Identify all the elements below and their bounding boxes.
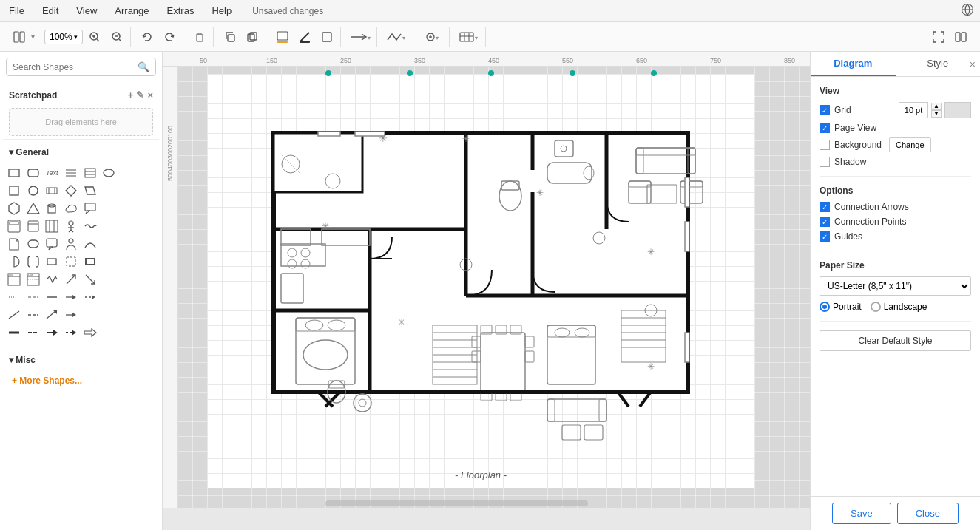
close-panel-icon[interactable]: ×	[970, 58, 976, 70]
shape-bold-arrow3[interactable]	[82, 325, 98, 341]
scratchpad-header[interactable]: Scratchpad + ✎ ×	[3, 85, 159, 105]
connection-points-checkbox[interactable]: ✓	[820, 217, 830, 227]
shape-rect5[interactable]	[82, 254, 98, 270]
horizontal-scrollbar[interactable]	[325, 500, 588, 506]
grid-label[interactable]: Grid	[834, 105, 851, 115]
shape-actor[interactable]	[63, 218, 79, 234]
paste-button[interactable]	[242, 27, 263, 47]
shape-line-dots[interactable]	[6, 289, 22, 305]
close-button[interactable]: Close	[897, 503, 959, 524]
shape-arrow3[interactable]	[44, 307, 60, 323]
fullscreen-button[interactable]	[928, 27, 949, 47]
guides-label[interactable]: Guides	[834, 231, 862, 242]
background-label[interactable]: Background	[834, 140, 882, 150]
canvas-background[interactable]: ✳ ✳ ✳ ✳ ✳ ✳ ✳	[178, 67, 810, 508]
shape-zigzag[interactable]	[44, 271, 60, 288]
background-checkbox[interactable]	[820, 140, 830, 150]
add-scratchpad-icon[interactable]: +	[128, 89, 134, 101]
menu-edit[interactable]: Edit	[39, 4, 61, 18]
shape-line1[interactable]	[6, 307, 22, 323]
shape-bracket[interactable]	[25, 254, 41, 270]
toggle-panel-button[interactable]	[9, 27, 30, 47]
shape-rect3[interactable]	[44, 254, 60, 270]
copy-button[interactable]	[220, 27, 240, 47]
shape-line2[interactable]	[25, 307, 41, 323]
menu-arrange[interactable]: Arrange	[112, 4, 152, 18]
portrait-option[interactable]: Portrait	[820, 302, 862, 312]
guides-checkbox[interactable]: ✓	[820, 231, 830, 242]
shape-person[interactable]	[63, 236, 79, 252]
shape-bubble[interactable]	[44, 236, 60, 252]
tab-style[interactable]: Style	[896, 52, 981, 76]
stroke-color-button[interactable]	[294, 27, 315, 47]
shape-rect4[interactable]	[63, 254, 79, 270]
connection-points-label[interactable]: Connection Points	[834, 217, 906, 227]
shape-triangle[interactable]	[25, 200, 41, 217]
zoom-display[interactable]: 100% ▾	[44, 30, 83, 44]
shape-lines[interactable]	[63, 165, 79, 181]
landscape-option[interactable]: Landscape	[871, 302, 927, 312]
shape-bold-arrow2[interactable]	[63, 325, 79, 341]
connector-button[interactable]: ▾	[347, 27, 374, 47]
globe-icon[interactable]	[961, 3, 974, 18]
shape-bold-line1[interactable]	[6, 325, 22, 341]
shape-cloud[interactable]	[63, 200, 79, 217]
shape-style-button[interactable]	[317, 27, 337, 47]
undo-button[interactable]	[137, 27, 158, 47]
zoom-in-button[interactable]	[84, 27, 105, 47]
page-view-label[interactable]: Page View	[834, 123, 876, 133]
shape-bold-line2[interactable]	[25, 325, 41, 341]
connection-arrows-checkbox[interactable]: ✓	[820, 202, 830, 212]
canvas-page[interactable]: ✳ ✳ ✳ ✳ ✳ ✳ ✳	[207, 74, 754, 488]
shape-line-arrow1[interactable]	[63, 289, 79, 305]
search-icon[interactable]: 🔍	[138, 61, 149, 72]
shape-parallelogram[interactable]	[82, 183, 98, 199]
delete-button[interactable]	[189, 27, 210, 47]
shape-rectangle[interactable]	[6, 165, 22, 181]
shape-hexagon[interactable]	[6, 200, 22, 217]
shape-container2[interactable]	[25, 218, 41, 234]
shape-arrow-diag2[interactable]	[82, 271, 98, 288]
shape-bold-arrow1[interactable]	[44, 325, 60, 341]
shape-text[interactable]: Text	[44, 165, 60, 181]
shape-swim-lane[interactable]	[44, 218, 60, 234]
shape-container1[interactable]	[6, 218, 22, 234]
shape-arrow-diag[interactable]	[63, 271, 79, 288]
shape-doc[interactable]	[6, 236, 22, 252]
shape-arc[interactable]	[82, 236, 98, 252]
waypoint-button[interactable]: ▾	[383, 27, 410, 47]
menu-file[interactable]: File	[6, 4, 27, 18]
misc-header[interactable]: ▾ Misc	[3, 350, 159, 370]
shape-square[interactable]	[6, 183, 22, 199]
zoom-out-button[interactable]	[107, 27, 127, 47]
shadow-checkbox[interactable]	[820, 157, 830, 167]
shape-line-solid[interactable]	[44, 289, 60, 305]
shape-ellipse[interactable]	[101, 165, 117, 181]
insert-button[interactable]: ▾	[419, 27, 446, 47]
grid-color-picker[interactable]	[944, 102, 971, 118]
background-change-button[interactable]: Change	[889, 137, 931, 152]
save-button[interactable]: Save	[832, 503, 891, 524]
close-scratchpad-icon[interactable]: ×	[147, 89, 153, 101]
redo-button[interactable]	[159, 27, 180, 47]
tab-diagram[interactable]: Diagram	[811, 52, 896, 76]
portrait-radio[interactable]	[820, 302, 830, 312]
shape-arrow4[interactable]	[63, 307, 79, 323]
shape-rounded2[interactable]	[25, 236, 41, 252]
shape-rounded-rect[interactable]	[25, 165, 41, 181]
grid-checkbox[interactable]: ✓	[820, 105, 830, 115]
menu-view[interactable]: View	[73, 4, 100, 18]
spin-up-button[interactable]: ▲	[931, 103, 942, 110]
fill-color-button[interactable]	[272, 27, 293, 47]
menu-extras[interactable]: Extras	[164, 4, 197, 18]
shape-list[interactable]	[82, 165, 98, 181]
shape-table1[interactable]: List	[6, 271, 22, 288]
clear-default-style-button[interactable]: Clear Default Style	[820, 330, 971, 351]
shape-callout[interactable]	[82, 200, 98, 217]
table-button[interactable]: ▾	[456, 27, 482, 47]
search-input[interactable]	[13, 62, 138, 72]
edit-scratchpad-icon[interactable]: ✎	[136, 89, 144, 101]
shape-process[interactable]	[44, 183, 60, 199]
shape-d-shape[interactable]	[6, 254, 22, 270]
page-view-checkbox[interactable]: ✓	[820, 123, 830, 133]
